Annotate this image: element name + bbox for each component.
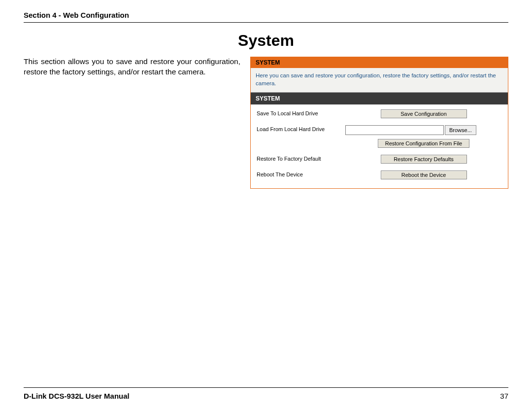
reboot-device-button[interactable]: Reboot the Device bbox=[381, 171, 467, 179]
page-title: System bbox=[24, 32, 508, 50]
label-restore: Restore To Factory Default bbox=[257, 155, 345, 162]
panel-header-orange: SYSTEM bbox=[251, 57, 508, 68]
panel-intro-text: Here you can save and restore your confi… bbox=[251, 68, 508, 93]
row-restore: Restore To Factory Default Restore Facto… bbox=[257, 155, 502, 164]
save-configuration-button[interactable]: Save Configuration bbox=[381, 109, 467, 118]
label-load: Load From Local Hard Drive bbox=[257, 125, 345, 132]
label-save: Save To Local Hard Drive bbox=[257, 109, 345, 116]
footer-manual-title: D-Link DCS-932L User Manual bbox=[24, 392, 130, 400]
description-text: This section allows you to save and rest… bbox=[24, 57, 240, 77]
browse-button[interactable]: Browse... bbox=[445, 125, 476, 135]
restore-from-file-button[interactable]: Restore Configuration From File bbox=[378, 139, 470, 148]
label-reboot: Reboot The Device bbox=[257, 171, 345, 177]
row-load: Load From Local Hard Drive Browse... Res… bbox=[257, 125, 502, 148]
page-footer: D-Link DCS-932L User Manual 37 bbox=[24, 387, 508, 400]
row-save: Save To Local Hard Drive Save Configurat… bbox=[257, 109, 502, 118]
file-path-input[interactable] bbox=[345, 125, 444, 135]
system-panel: SYSTEM Here you can save and restore you… bbox=[250, 57, 508, 189]
footer-page-number: 37 bbox=[500, 392, 508, 400]
restore-factory-defaults-button[interactable]: Restore Factory Defaults bbox=[381, 155, 467, 164]
section-header: Section 4 - Web Configuration bbox=[24, 11, 508, 23]
panel-body: Save To Local Hard Drive Save Configurat… bbox=[251, 104, 508, 188]
row-reboot: Reboot The Device Reboot the Device bbox=[257, 171, 502, 179]
panel-header-dark: SYSTEM bbox=[251, 93, 508, 104]
